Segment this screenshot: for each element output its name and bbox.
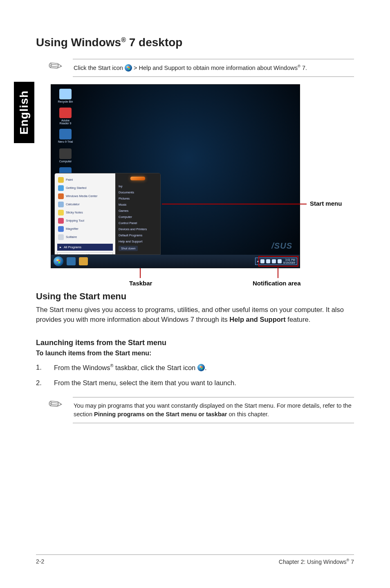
nero-icon: [59, 129, 72, 139]
page-footer: 2-2 Chapter 2: Using Windows® 7: [36, 554, 354, 565]
language-tab: English: [14, 82, 34, 143]
start-icon-inline: [197, 364, 205, 371]
triangle-icon: ▸: [60, 245, 61, 249]
fr-b: 7: [349, 559, 354, 565]
p1-bold: Help and Support: [229, 316, 286, 323]
di-label-3: Computer: [59, 160, 72, 163]
smr-3: Music: [119, 203, 157, 206]
snip-icon: [58, 218, 64, 224]
smr-8: Default Programs: [119, 233, 157, 237]
callout-line-notification: [278, 267, 278, 278]
steps-list: 1. From the Windows® taskbar, click the …: [36, 363, 354, 388]
smr-5: Computer: [119, 215, 157, 219]
start-icon: [125, 64, 132, 72]
desktop-icon-nero: Nero 9 Trial: [57, 129, 74, 143]
section-body: The Start menu gives you access to progr…: [36, 305, 354, 325]
note-help-support: ✎ Click the Start icon > Help and Suppor…: [46, 59, 354, 77]
allprog-label: All Programs: [64, 245, 81, 249]
step-2: 2. From the Start menu, select the item …: [36, 378, 354, 388]
all-programs: ▸All Programs: [57, 244, 113, 251]
paint-icon: [58, 177, 64, 183]
callout-taskbar: Taskbar: [129, 280, 152, 287]
note2-text: You may pin programs that you want const…: [73, 397, 354, 423]
sm-item-solitaire: Solitaire: [57, 233, 113, 241]
pencil-icon: ✎: [42, 52, 69, 79]
callout-box-tray: [258, 256, 298, 267]
start-menu: Paint Getting Started Windows Media Cent…: [54, 173, 161, 255]
step2-num: 2.: [36, 378, 43, 388]
s1b: taskbar, click the Start icon: [113, 364, 197, 371]
sml-4: Sticky Notes: [66, 211, 83, 214]
sticky-icon: [58, 210, 64, 215]
desktop-icon-computer: Computer: [57, 148, 74, 163]
title-registered: ®: [121, 36, 126, 43]
subsection-heading: Launching items from the Start menu: [36, 339, 354, 347]
smr-2: Pictures: [119, 197, 157, 200]
user-avatar: [130, 177, 145, 180]
windows7-desktop-screenshot: Recycle Bin Adobe Reader 9 Nero 9 Trial …: [51, 84, 300, 268]
footer-chapter: Chapter 2: Using Windows® 7: [279, 558, 354, 565]
smr-4: Games: [119, 209, 157, 213]
page-title: Using Windows® 7 desktop: [36, 36, 354, 49]
smr-7: Devices and Printers: [119, 227, 157, 231]
note1-c: 7.: [300, 65, 307, 71]
sm-item-paint: Paint: [57, 176, 113, 184]
step2-text: From the Start menu, select the item tha…: [54, 378, 236, 388]
sm-item-snip: Snipping Tool: [57, 217, 113, 225]
fr-a: Chapter 2: Using Windows: [279, 559, 347, 565]
getting-started-icon: [58, 185, 64, 191]
procedure-heading: To launch items from the Start menu:: [36, 350, 354, 357]
wmc-icon: [58, 193, 64, 199]
pencil-icon: ✎: [42, 391, 69, 417]
title-text-a: Using Windows: [36, 36, 121, 49]
smr-9: Help and Support: [119, 240, 157, 243]
ie-icon: [67, 257, 76, 265]
section-heading-start-menu: Using the Start menu: [36, 291, 354, 302]
note-pinning: ✎ You may pin programs that you want con…: [46, 397, 354, 423]
smr-1: Documents: [119, 191, 157, 194]
step1-text: From the Windows® taskbar, click the Sta…: [54, 363, 206, 373]
n2bold: Pinning programs on the Start menu or ta…: [94, 411, 227, 417]
di-label-0: Recycle Bin: [58, 100, 73, 103]
adobe-icon: [59, 108, 72, 118]
start-button: [54, 256, 63, 266]
step1-num: 1.: [36, 363, 43, 373]
sml-1: Getting Started: [66, 186, 86, 190]
s1a: From the Windows: [54, 364, 110, 371]
smr-0: Ivy: [119, 184, 157, 188]
desktop-icon-recyclebin: Recycle Bin: [57, 89, 74, 103]
sm-item-sticky: Sticky Notes: [57, 209, 113, 217]
callout-startmenu: Start menu: [310, 200, 342, 207]
magnifier-icon: [58, 226, 64, 232]
sml-6: Magnifier: [66, 227, 78, 231]
callout-line-startmenu: [162, 204, 307, 204]
callout-notification: Notification area: [253, 280, 301, 287]
sm-item-wmc: Windows Media Center: [57, 192, 113, 200]
asus-logo: /SUS: [271, 241, 292, 251]
sm-item-getting-started: Getting Started: [57, 184, 113, 192]
solitaire-icon: [58, 234, 64, 240]
di-label-2: Nero 9 Trial: [58, 140, 73, 143]
note1-a: Click the Start icon: [74, 65, 125, 71]
sml-2: Windows Media Center: [66, 194, 98, 198]
step-1: 1. From the Windows® taskbar, click the …: [36, 363, 354, 373]
sm-item-calculator: Calculator: [57, 200, 113, 209]
di-label-1: Adobe Reader 9: [60, 119, 72, 125]
n2b: on this chapter.: [227, 411, 269, 417]
p1-b: feature.: [286, 316, 311, 323]
computer-icon: [59, 148, 72, 159]
smr-6: Control Panel: [119, 221, 157, 225]
title-text-b: 7 desktop: [126, 36, 182, 49]
note1-sup: ®: [298, 64, 300, 68]
sml-5: Snipping Tool: [66, 219, 84, 222]
sml-3: Calculator: [66, 202, 80, 206]
footer-page-number: 2-2: [36, 558, 44, 565]
note1-b: > Help and Support to obtain more inform…: [132, 65, 298, 71]
start-menu-right: Ivy Documents Pictures Music Games Compu…: [115, 173, 160, 254]
start-menu-left: Paint Getting Started Windows Media Cent…: [55, 173, 115, 254]
sml-7: Solitaire: [66, 235, 77, 239]
sml-0: Paint: [66, 178, 73, 182]
recyclebin-icon: [59, 89, 72, 99]
shutdown-button-label: Shut down: [119, 246, 138, 251]
sm-item-magnifier: Magnifier: [57, 225, 113, 233]
